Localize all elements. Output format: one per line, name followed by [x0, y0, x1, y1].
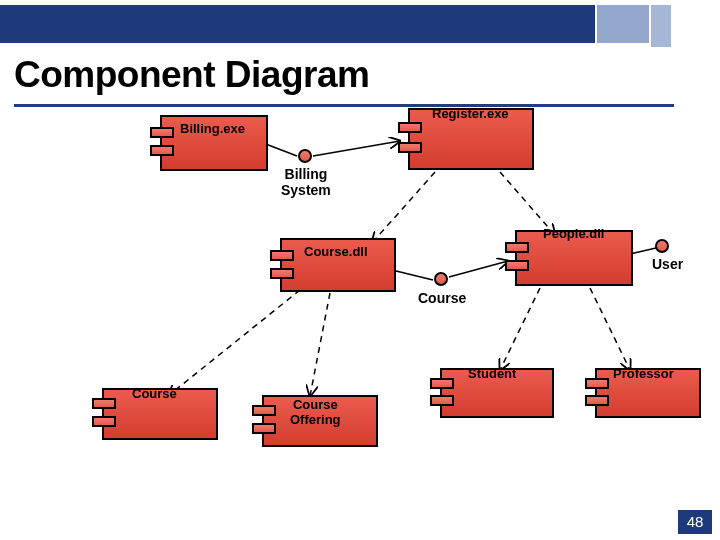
label-register-exe: Register.exe	[432, 106, 509, 121]
svg-line-10	[590, 288, 630, 370]
title-underline	[14, 104, 674, 107]
label-interface-course: Course	[418, 290, 466, 306]
component-course: Course	[92, 388, 222, 444]
component-course-offering: Course Offering	[252, 395, 382, 451]
svg-line-2	[372, 172, 435, 243]
interface-port-course	[434, 272, 448, 286]
label-interface-billing-system: Billing System	[281, 166, 331, 198]
page-number: 48	[678, 510, 712, 534]
slide-title: Component Diagram	[14, 54, 369, 96]
svg-line-5	[449, 261, 508, 277]
component-course-dll: Course.dll	[270, 238, 400, 296]
header-bar-light1	[597, 5, 649, 43]
component-register-exe: Register.exe	[398, 108, 538, 172]
component-professor: Professor	[585, 368, 707, 422]
component-people-dll: People.dll	[505, 230, 640, 288]
component-billing-exe: Billing.exe	[150, 115, 270, 173]
label-professor: Professor	[613, 366, 674, 381]
header-bar-dark	[0, 5, 595, 43]
label-course: Course	[132, 386, 177, 401]
slide: Component Diagram	[0, 0, 720, 540]
label-billing-exe: Billing.exe	[180, 121, 245, 136]
label-course-dll: Course.dll	[304, 244, 368, 259]
interface-port-user	[655, 239, 669, 253]
label-people-dll: People.dll	[543, 226, 604, 241]
component-student: Student	[430, 368, 558, 422]
svg-line-1	[313, 141, 400, 156]
svg-line-9	[500, 288, 540, 370]
svg-line-7	[168, 290, 300, 396]
label-course-offering: Course Offering	[290, 397, 341, 427]
label-student: Student	[468, 366, 516, 381]
interface-port-billing-system	[298, 149, 312, 163]
svg-line-8	[310, 293, 330, 396]
header-bar-light2	[651, 5, 671, 47]
label-interface-user: User	[652, 256, 683, 272]
